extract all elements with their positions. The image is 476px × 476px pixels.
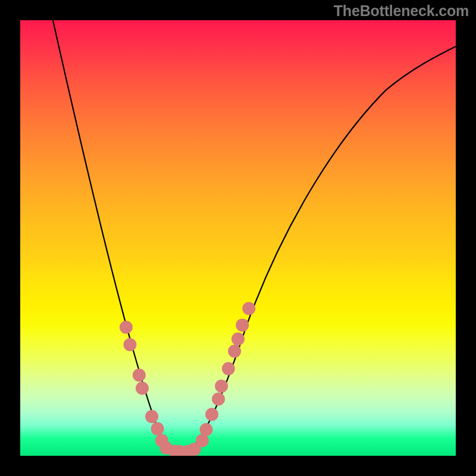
data-point bbox=[231, 333, 245, 346]
data-point bbox=[133, 369, 146, 382]
data-point bbox=[145, 410, 158, 423]
data-point bbox=[212, 393, 225, 406]
data-point bbox=[200, 423, 213, 436]
data-points-group bbox=[120, 302, 255, 456]
data-point bbox=[205, 408, 218, 421]
data-point bbox=[123, 338, 136, 351]
bottleneck-curve-line bbox=[53, 20, 456, 456]
watermark-text: TheBottleneck.com bbox=[334, 2, 469, 20]
data-point bbox=[151, 422, 164, 436]
data-point bbox=[120, 321, 133, 334]
data-point bbox=[236, 318, 249, 331]
chart-svg bbox=[20, 20, 456, 456]
data-point bbox=[215, 380, 228, 393]
data-point bbox=[228, 345, 241, 358]
data-point bbox=[222, 362, 235, 375]
data-point bbox=[242, 302, 255, 315]
chart-plot-area bbox=[20, 20, 456, 456]
data-point bbox=[136, 382, 149, 395]
